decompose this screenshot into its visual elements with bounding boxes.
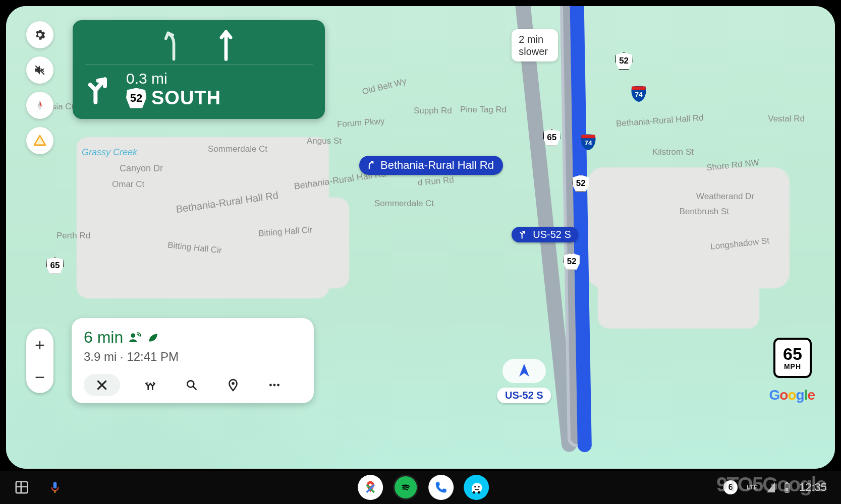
waze-icon [469, 480, 484, 495]
routes-icon [144, 379, 157, 392]
divider [85, 65, 313, 65]
creek-label: Grassy Creek [82, 147, 137, 158]
us-route-shield: 52 [572, 175, 589, 192]
svg-point-10 [269, 384, 272, 387]
road-label: Perth Rd [57, 231, 90, 241]
maps-app-icon[interactable] [358, 475, 383, 500]
us-route-shield: 52 [615, 52, 633, 70]
svg-rect-23 [786, 488, 788, 492]
spotify-app-icon[interactable] [393, 475, 418, 500]
route-direction: SOUTH [151, 87, 221, 109]
trip-arrival: 12:41 PM [127, 350, 179, 363]
current-highway-callout[interactable]: US-52 S [512, 227, 578, 242]
svg-rect-14 [53, 482, 57, 488]
zoom-out-button[interactable]: − [35, 367, 45, 387]
android-auto-taskbar: 6 LTE 12:35 [0, 471, 841, 504]
end-navigation-button[interactable] [84, 374, 120, 396]
eco-leaf-icon [146, 331, 159, 344]
fork-right-icon [519, 230, 529, 240]
zoom-in-button[interactable]: + [35, 335, 45, 355]
report-button[interactable] [26, 127, 53, 154]
speed-limit-sign: 65 MPH [773, 338, 812, 378]
buildings-area [598, 248, 759, 329]
mute-button[interactable] [26, 56, 53, 84]
network-indicator: LTE [747, 484, 758, 491]
road-label: Canyon Dr [120, 163, 163, 174]
map-controls-column [26, 21, 53, 154]
interstate-shield-icon: 74 [630, 85, 647, 102]
close-icon [95, 379, 108, 392]
lane-guidance [85, 27, 313, 61]
svg-point-9 [232, 382, 235, 385]
search-along-route-button[interactable] [181, 374, 203, 396]
trip-summary-card[interactable]: 6 min 3.9 mi · 12:41 PM [72, 318, 314, 403]
battery-icon [784, 482, 790, 493]
road-label: Weatherand Dr [696, 192, 754, 202]
search-icon [185, 379, 198, 392]
signal-icon [767, 482, 775, 492]
current-road-chip: US-52 S [497, 388, 551, 403]
gear-icon [33, 28, 46, 41]
us-route-shield: 65 [46, 257, 64, 274]
road-label: Bentbrush St [680, 207, 729, 217]
more-horiz-icon [268, 379, 281, 392]
navigation-card[interactable]: 0.3 mi 52 SOUTH [73, 20, 325, 119]
trip-distance: 3.9 mi [84, 350, 117, 363]
clock: 12:35 [799, 481, 827, 494]
waze-app-icon[interactable] [464, 475, 489, 500]
callout-label: Bethania-Rural Hall Rd [380, 159, 494, 172]
compass-button[interactable] [26, 92, 53, 119]
google-maps-icon [363, 480, 378, 495]
settings-button[interactable] [26, 21, 53, 48]
svg-point-17 [474, 486, 476, 487]
google-logo: Google [769, 387, 815, 403]
svg-point-19 [472, 491, 475, 494]
overflow-menu-button[interactable] [263, 374, 286, 396]
speed-limit-unit: MPH [784, 362, 801, 370]
zoom-control: + − [26, 329, 53, 393]
svg-point-20 [477, 491, 480, 494]
svg-text:74: 74 [635, 91, 643, 98]
maneuver-icon [85, 73, 117, 107]
road-label: Supph Rd [414, 106, 452, 116]
road-label: Pine Tag Rd [460, 105, 507, 115]
road-label: Sommerdale Ct [208, 144, 267, 154]
slight-right-icon [366, 160, 376, 170]
assistant-mic-button[interactable] [48, 480, 62, 495]
next-turn-callout[interactable]: Bethania-Rural Hall Rd [359, 156, 503, 175]
interstate-shield-icon: 74 [580, 133, 597, 150]
recenter-button[interactable] [502, 359, 546, 383]
launcher-button[interactable] [14, 480, 29, 495]
trip-subtext: 3.9 mi · 12:41 PM [84, 350, 302, 364]
warning-triangle-icon [33, 134, 46, 147]
road-label: Omar Ct [112, 179, 144, 190]
notification-badge[interactable]: 6 [723, 480, 738, 494]
callout-label: US-52 S [533, 229, 571, 240]
road-label: Angus St [307, 136, 342, 146]
road-label: Sommerdale Ct [374, 199, 434, 209]
phone-app-icon[interactable] [428, 475, 454, 500]
map-viewport[interactable]: Grassy Creek Canyon Dr Omar Ct Sommerdal… [6, 6, 835, 469]
lane-slight-left-icon [159, 27, 184, 61]
road-label: Kilstrom St [652, 147, 694, 157]
svg-point-18 [478, 486, 479, 487]
svg-point-15 [369, 484, 371, 486]
us-route-shield: 52 [563, 253, 580, 270]
pin-icon [227, 379, 240, 392]
spotify-icon [399, 480, 413, 494]
alternate-routes-button[interactable] [139, 374, 161, 396]
route-shield: 52 [126, 88, 146, 108]
volume-off-icon [33, 64, 46, 77]
destination-details-button[interactable] [222, 374, 244, 396]
alt-route-time-chip[interactable]: 2 min slower [512, 29, 558, 61]
svg-rect-2 [581, 135, 595, 138]
svg-text:74: 74 [584, 139, 592, 147]
share-trip-icon [128, 331, 141, 344]
svg-rect-22 [786, 482, 788, 483]
us-route-shield: 65 [543, 129, 560, 146]
phone-icon [434, 480, 448, 494]
svg-point-12 [277, 384, 279, 387]
speed-limit-value: 65 [783, 345, 802, 362]
svg-point-11 [273, 384, 276, 387]
road-label: Vestal Rd [768, 114, 805, 124]
